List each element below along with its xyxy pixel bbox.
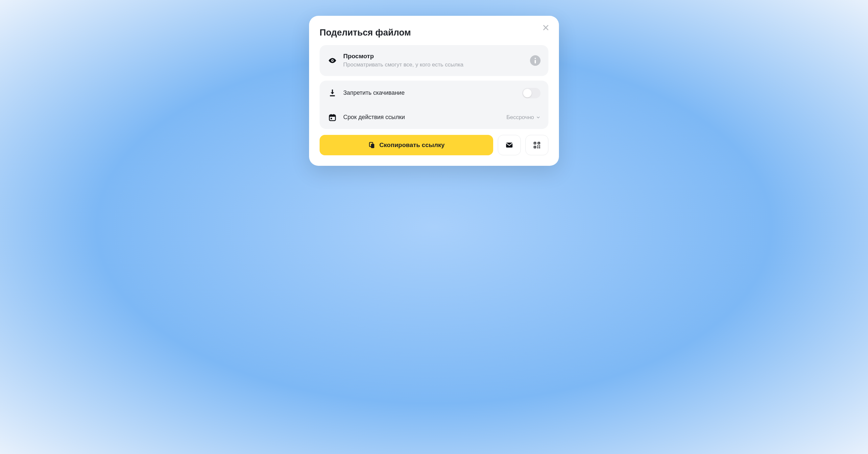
svg-rect-3 (535, 60, 536, 63)
qr-button[interactable] (525, 135, 549, 155)
options-panel: Запретить скачивание Срок действия ссылк… (319, 81, 549, 129)
toggle-knob (523, 89, 532, 97)
svg-rect-19 (537, 145, 538, 146)
calendar-icon (328, 113, 337, 122)
copy-icon (368, 142, 375, 149)
access-subtitle: Просматривать смогут все, у кого есть сс… (343, 61, 524, 69)
close-icon (542, 24, 549, 31)
svg-point-2 (535, 58, 536, 59)
svg-point-1 (332, 60, 333, 61)
chevron-down-icon (536, 115, 540, 120)
svg-rect-20 (539, 145, 540, 146)
svg-rect-9 (331, 118, 332, 119)
disallow-download-toggle[interactable] (522, 88, 540, 98)
svg-rect-7 (331, 114, 332, 116)
copy-link-label: Скопировать ссылку (379, 142, 445, 149)
expiry-row: Срок действия ссылки Бессрочно (328, 106, 540, 122)
info-button[interactable] (530, 55, 540, 66)
svg-rect-8 (333, 114, 334, 116)
eye-icon (328, 56, 337, 65)
access-title: Просмотр (343, 52, 524, 61)
svg-rect-4 (330, 95, 335, 96)
svg-rect-22 (539, 147, 540, 148)
svg-rect-16 (534, 143, 535, 144)
actions-row: Скопировать ссылку (319, 135, 549, 155)
mail-icon (505, 141, 514, 149)
download-icon (328, 89, 337, 97)
svg-rect-18 (534, 146, 535, 147)
dialog-title: Поделиться файлом (319, 28, 549, 38)
email-button[interactable] (498, 135, 521, 155)
close-button[interactable] (541, 23, 550, 32)
access-panel: Просмотр Просматривать смогут все, у ког… (319, 45, 549, 76)
expiry-label: Срок действия ссылки (343, 114, 500, 121)
svg-rect-6 (330, 115, 335, 117)
disallow-download-label: Запретить скачивание (343, 89, 516, 96)
svg-rect-17 (538, 143, 539, 144)
expiry-select[interactable]: Бессрочно (506, 114, 540, 121)
qr-icon (533, 141, 541, 149)
share-file-dialog: Поделиться файлом Просмотр Просматривать… (309, 16, 559, 166)
svg-rect-11 (371, 144, 374, 148)
disallow-download-row: Запретить скачивание (328, 88, 540, 105)
info-icon (534, 58, 536, 63)
expiry-value: Бессрочно (506, 114, 534, 121)
svg-rect-21 (537, 147, 538, 148)
copy-link-button[interactable]: Скопировать ссылку (319, 135, 493, 155)
